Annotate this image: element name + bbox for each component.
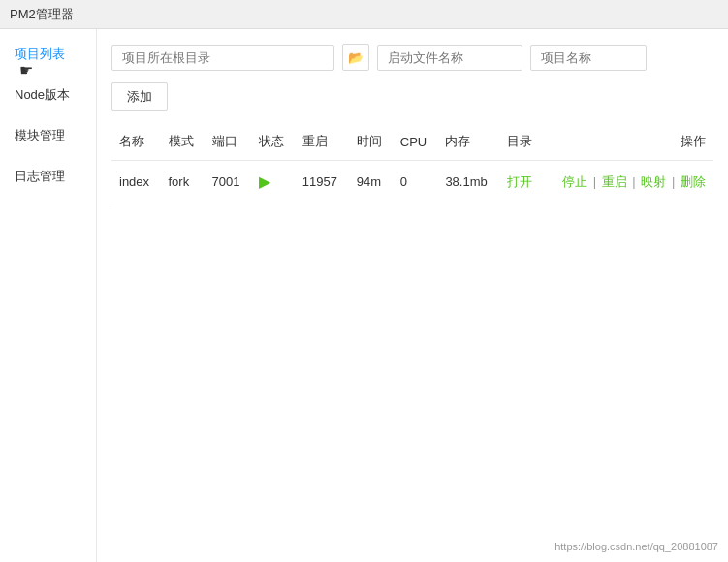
cell-time: 94m [349, 161, 393, 203]
startup-file-input[interactable] [377, 45, 522, 71]
delete-action[interactable]: 删除 [681, 174, 706, 189]
footer-url: https://blog.csdn.net/qq_20881087 [554, 541, 718, 552]
add-button[interactable]: 添加 [111, 82, 168, 111]
cell-actions: 停止 | 重启 | 映射 | 删除 [543, 161, 713, 203]
col-memory: 内存 [437, 123, 499, 161]
toolbar: 📂 [111, 44, 713, 71]
col-port: 端口 [205, 123, 251, 161]
col-cpu: CPU [393, 123, 438, 161]
main-layout: 项目列表 ☛ Node版本 模块管理 日志管理 📂 添加 [0, 29, 728, 562]
title-bar: PM2管理器 [0, 0, 728, 29]
map-action[interactable]: 映射 [641, 174, 666, 189]
cell-restarts: 11957 [295, 161, 349, 203]
folder-icon: 📂 [348, 50, 364, 65]
app-title: PM2管理器 [10, 6, 74, 23]
status-icon: ▶ [259, 173, 270, 190]
cell-name: index [111, 161, 161, 203]
col-mode: 模式 [161, 123, 205, 161]
separator-2: | [632, 174, 635, 189]
sidebar-item-node[interactable]: Node版本 [0, 75, 96, 115]
separator-3: | [672, 174, 675, 189]
table-header-row: 名称 模式 端口 状态 重启 时间 CPU 内存 目录 操作 [111, 123, 713, 161]
cell-dir[interactable]: 打开 [499, 161, 543, 203]
open-dir-link[interactable]: 打开 [507, 174, 532, 189]
col-dir: 目录 [499, 123, 543, 161]
sidebar: 项目列表 ☛ Node版本 模块管理 日志管理 [0, 29, 97, 562]
col-actions: 操作 [543, 123, 713, 161]
cell-status: ▶ [251, 161, 295, 203]
sidebar-item-modules[interactable]: 模块管理 [0, 115, 96, 156]
main-content: 📂 添加 名称 模式 端口 状态 重启 时间 CPU 内存 [97, 29, 728, 562]
stop-action[interactable]: 停止 [562, 174, 587, 189]
col-restarts: 重启 [295, 123, 349, 161]
cell-memory: 38.1mb [437, 161, 499, 203]
cell-mode: fork [161, 161, 205, 203]
separator-1: | [593, 174, 596, 189]
restart-action[interactable]: 重启 [602, 174, 627, 189]
col-name: 名称 [111, 123, 161, 161]
col-time: 时间 [349, 123, 393, 161]
cell-cpu: 0 [393, 161, 438, 203]
table-row: index fork 7001 ▶ 11957 94m 0 38.1mb 打开 … [111, 161, 713, 203]
sidebar-item-logs[interactable]: 日志管理 [0, 156, 96, 197]
root-dir-input[interactable] [111, 45, 334, 71]
project-name-input[interactable] [530, 45, 647, 71]
sidebar-item-projects[interactable]: 项目列表 ☛ [0, 34, 96, 75]
process-table: 名称 模式 端口 状态 重启 时间 CPU 内存 目录 操作 index for… [111, 123, 713, 203]
col-status: 状态 [251, 123, 295, 161]
folder-button[interactable]: 📂 [342, 44, 369, 71]
cell-port: 7001 [205, 161, 251, 203]
